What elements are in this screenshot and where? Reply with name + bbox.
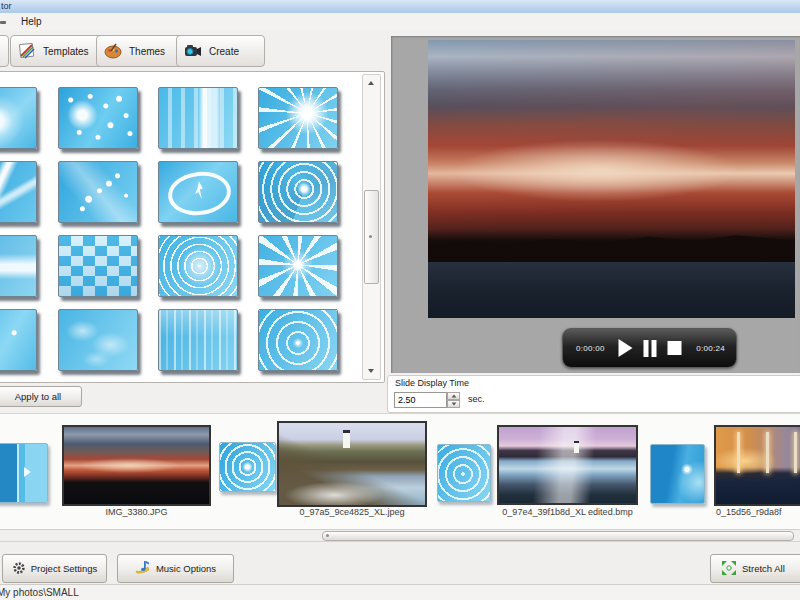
lighthouse — [574, 441, 579, 453]
scrollbar-thumb[interactable] — [322, 531, 794, 541]
transitions-panel — [0, 71, 385, 383]
stretch-all-button[interactable]: Stretch All — [710, 554, 800, 583]
photo-filename: 0_97e4_39f1b8d_XL edited.bmp — [497, 507, 638, 517]
filmstrip-photo-2[interactable] — [277, 421, 427, 507]
transition-vortex-swirl[interactable] — [258, 161, 338, 223]
slide-time-spinner — [447, 392, 460, 408]
slide-time-unit: sec. — [468, 394, 485, 404]
photo-filename: IMG_3380.JPG — [62, 507, 211, 517]
slide-time-input[interactable] — [394, 392, 447, 408]
pencil-template-icon — [17, 41, 37, 61]
filmstrip-photo-1[interactable] — [62, 425, 211, 506]
filmstrip-photo-3[interactable] — [497, 425, 638, 505]
filmstrip: IMG_3380.JPG 0_97a5_9ce4825_XL.jpeg 0_97… — [0, 413, 800, 530]
elapsed-time: 0:00:00 — [576, 344, 605, 353]
transition-checkerboard[interactable] — [58, 235, 138, 297]
transition-ray-burst[interactable] — [258, 235, 338, 297]
transitions-scrollbar[interactable] — [362, 74, 381, 380]
total-time: 0:00:24 — [696, 344, 725, 353]
filmstrip-transition-wave[interactable] — [650, 444, 705, 504]
transition-lightning[interactable] — [0, 161, 37, 223]
slide-display-time-box: Slide Display Time sec. — [387, 375, 800, 413]
status-text: My photos\SMALL — [0, 587, 79, 598]
title-bar[interactable]: tor — [0, 0, 800, 13]
music-options-button[interactable]: Music Options — [117, 554, 234, 583]
tab-clipped[interactable] — [0, 35, 9, 67]
gear-icon — [12, 561, 26, 577]
tab-label: Create — [209, 46, 239, 57]
land-silhouette — [428, 223, 795, 262]
transition-starburst[interactable] — [258, 87, 338, 149]
palette-icon — [103, 41, 123, 61]
ship-mast — [794, 432, 797, 474]
transition-soft-blur[interactable] — [58, 309, 138, 371]
transition-vertical-blinds[interactable] — [158, 87, 238, 149]
transition-plain-fade[interactable] — [0, 309, 37, 371]
tab-label: Templates — [43, 46, 89, 57]
window-title: tor — [1, 1, 12, 11]
filmstrip-transition-page-turn[interactable] — [0, 443, 48, 503]
stop-icon[interactable] — [667, 341, 681, 355]
menu-item-help[interactable]: Help — [17, 15, 46, 28]
spinner-up-icon[interactable] — [447, 392, 460, 400]
apply-to-all-button[interactable]: Apply to all — [0, 386, 82, 407]
scrollbar-thumb[interactable] — [364, 190, 379, 284]
menu-bar: Help — [0, 13, 800, 32]
status-bar: My photos\SMALL — [0, 584, 800, 600]
button-label: Project Settings — [31, 563, 98, 574]
transition-spiral[interactable] — [158, 235, 238, 297]
lighthouse — [343, 430, 350, 448]
transition-rain-streaks[interactable] — [158, 309, 238, 371]
video-camera-icon — [183, 41, 203, 61]
spinner-down-icon[interactable] — [447, 400, 460, 408]
filmstrip-transition-swirl[interactable] — [219, 442, 276, 492]
filmstrip-photo-4[interactable] — [714, 425, 800, 506]
transition-star-scatter[interactable] — [58, 161, 138, 223]
tab-create[interactable]: Create — [176, 35, 265, 67]
slide-display-time-label: Slide Display Time — [395, 378, 469, 388]
menu-item-clipped[interactable] — [0, 21, 6, 24]
bottom-toolbar: Project Settings Music Options — [0, 541, 800, 585]
play-icon[interactable] — [618, 339, 632, 357]
filmstrip-transition-ripple[interactable] — [437, 444, 491, 502]
playback-bar: 0:00:00 0:00:24 — [562, 328, 737, 368]
transition-circle-loop[interactable] — [158, 161, 238, 223]
button-label: Music Options — [156, 563, 216, 574]
photo-filename: 0_97a5_9ce4825_XL.jpeg — [277, 507, 427, 517]
transition-water-ripples[interactable] — [258, 309, 338, 371]
music-note-icon — [135, 560, 151, 577]
ship-mast — [737, 432, 740, 474]
ship-mast — [766, 432, 769, 474]
pause-icon[interactable] — [643, 340, 656, 357]
project-settings-button[interactable]: Project Settings — [2, 554, 107, 583]
preview-photo-sunset — [428, 40, 795, 318]
tab-label: Themes — [129, 46, 165, 57]
stretch-arrows-icon — [721, 560, 737, 578]
scroll-up-icon[interactable] — [363, 75, 378, 91]
transition-sparkle-stars[interactable] — [58, 87, 138, 149]
photo-filename: 0_15d56_r9da8f — [716, 507, 800, 517]
scroll-down-icon[interactable] — [363, 363, 378, 379]
transition-water-splash[interactable] — [0, 87, 37, 149]
app-window: tor Help Templates — [0, 0, 800, 600]
button-label: Stretch All — [742, 563, 785, 574]
transition-gradient-wipe[interactable] — [0, 235, 37, 297]
preview-area: 0:00:00 0:00:24 — [391, 36, 800, 373]
